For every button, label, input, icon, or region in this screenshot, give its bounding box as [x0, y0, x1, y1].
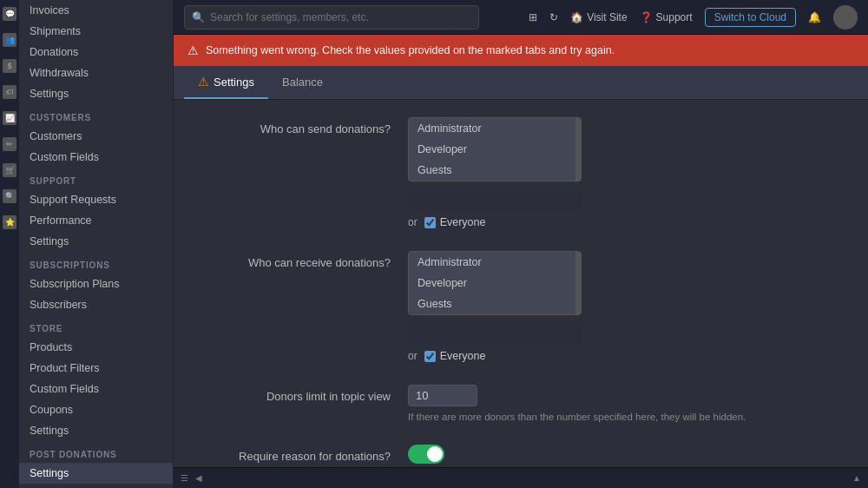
- grid-button[interactable]: ⊞: [529, 11, 537, 23]
- icon-bar: 💬 👥 $ 🏷 📈 ✏ 🛒 🔍 ⭐: [0, 0, 19, 488]
- main-area: 🔍 ⊞ ↻ 🏠 Visit Site ❓ Support Switch to C…: [174, 0, 868, 488]
- users-icon[interactable]: 👥: [3, 33, 16, 47]
- tab-settings[interactable]: ⚠ Settings: [184, 66, 268, 99]
- cart-icon[interactable]: 🛒: [3, 163, 16, 177]
- who-send-option-developer[interactable]: Developer: [409, 139, 581, 160]
- who-send-option-admin[interactable]: Administrator: [409, 118, 581, 139]
- sidebar-item-settings-store[interactable]: Settings: [19, 420, 173, 441]
- dollar-icon[interactable]: $: [3, 59, 16, 73]
- refresh-button[interactable]: ↻: [549, 11, 558, 23]
- search-box[interactable]: 🔍: [184, 5, 479, 30]
- tabs-row: ⚠ Settings Balance: [174, 66, 868, 100]
- search-input[interactable]: [210, 11, 471, 23]
- scroll-to-top-button[interactable]: ▲: [852, 473, 861, 483]
- who-receive-option-guests[interactable]: Guests: [409, 293, 581, 314]
- who-receive-blur: [408, 317, 582, 343]
- sidebar-item-invoices[interactable]: Invoices: [19, 0, 173, 21]
- tab-warn-icon: ⚠: [198, 75, 209, 89]
- who-send-row: Who can send donations? Administrator De…: [200, 117, 842, 228]
- donors-limit-control: If there are more donors than the number…: [408, 385, 842, 422]
- home-icon: 🏠: [570, 11, 583, 23]
- require-reason-control: [408, 445, 842, 464]
- who-send-label: Who can send donations?: [200, 117, 391, 135]
- sidebar-item-product-filters[interactable]: Product Filters: [19, 358, 173, 379]
- sidebar-item-settings-top[interactable]: Settings: [19, 83, 173, 104]
- donors-limit-hint: If there are more donors than the number…: [408, 412, 842, 422]
- error-icon: ⚠: [187, 43, 199, 57]
- sidebar-item-settings-support[interactable]: Settings: [19, 231, 173, 252]
- form-area: Who can send donations? Administrator De…: [174, 100, 868, 467]
- who-receive-everyone-checkbox[interactable]: [424, 351, 436, 362]
- error-message: Something went wrong. Check the values p…: [206, 44, 615, 56]
- who-receive-or-row: or Everyone: [408, 350, 842, 362]
- donors-limit-input[interactable]: [408, 385, 477, 406]
- who-send-option-guests[interactable]: Guests: [409, 160, 581, 181]
- visit-site-button[interactable]: 🏠 Visit Site: [570, 11, 627, 23]
- menu-toggle-button[interactable]: ☰: [181, 473, 188, 483]
- who-send-blur: [408, 183, 582, 209]
- post-donations-section-label: POST DONATIONS: [19, 441, 173, 463]
- search-icon: 🔍: [192, 11, 205, 23]
- require-reason-toggle[interactable]: [408, 445, 444, 464]
- sidebar-item-post-donations-settings[interactable]: Settings: [19, 463, 173, 484]
- sidebar-item-coupons[interactable]: Coupons: [19, 399, 173, 420]
- error-banner: ⚠ Something went wrong. Check the values…: [174, 35, 868, 66]
- who-send-or-text: or: [408, 216, 418, 228]
- tab-balance[interactable]: Balance: [268, 67, 337, 99]
- sidebar-item-support-requests[interactable]: Support Requests: [19, 189, 173, 210]
- who-send-control: Administrator Developer Guests or Everyo…: [408, 117, 842, 228]
- avatar[interactable]: [833, 5, 858, 30]
- customers-section-label: CUSTOMERS: [19, 104, 173, 126]
- sidebar-item-shipments[interactable]: Shipments: [19, 21, 173, 42]
- who-receive-row: Who can receive donations? Administrator…: [200, 251, 842, 362]
- sidebar-item-withdrawals[interactable]: Withdrawals: [19, 63, 173, 83]
- require-reason-label: Require reason for donations?: [200, 445, 391, 463]
- who-send-everyone-label[interactable]: Everyone: [424, 216, 486, 228]
- sidebar-item-subscription-plans[interactable]: Subscription Plans: [19, 274, 173, 294]
- topbar: 🔍 ⊞ ↻ 🏠 Visit Site ❓ Support Switch to C…: [174, 0, 868, 35]
- who-send-multiselect[interactable]: Administrator Developer Guests: [408, 117, 582, 181]
- bottom-bar: ☰ ◀ ▲: [174, 467, 868, 488]
- chat-icon[interactable]: 💬: [3, 7, 16, 21]
- who-receive-everyone-text: Everyone: [440, 350, 486, 362]
- question-icon: ❓: [640, 11, 653, 23]
- search-icon[interactable]: 🔍: [3, 189, 16, 203]
- who-receive-option-developer[interactable]: Developer: [409, 273, 581, 293]
- who-receive-label: Who can receive donations?: [200, 251, 391, 269]
- donors-limit-row: Donors limit in topic view If there are …: [200, 385, 842, 422]
- who-receive-or-text: or: [408, 350, 418, 362]
- tag-icon[interactable]: 🏷: [3, 85, 16, 99]
- collapse-button[interactable]: ◀: [195, 473, 202, 483]
- who-receive-multiselect[interactable]: Administrator Developer Guests: [408, 251, 582, 315]
- toggle-knob: [427, 446, 443, 462]
- who-receive-option-admin[interactable]: Administrator: [409, 252, 581, 273]
- store-section-label: STORE: [19, 315, 173, 337]
- sidebar-item-customers[interactable]: Customers: [19, 126, 173, 147]
- pen-icon[interactable]: ✏: [3, 137, 16, 151]
- require-reason-row: Require reason for donations?: [200, 445, 842, 464]
- support-button[interactable]: ❓ Support: [640, 11, 693, 23]
- sidebar-item-custom-fields-store[interactable]: Custom Fields: [19, 379, 173, 399]
- sidebar-item-subscribers[interactable]: Subscribers: [19, 294, 173, 315]
- subscriptions-section-label: SUBSCRIPTIONS: [19, 252, 173, 274]
- topbar-actions: ⊞ ↻ 🏠 Visit Site ❓ Support Switch to Clo…: [529, 5, 858, 30]
- who-send-everyone-checkbox[interactable]: [424, 217, 436, 228]
- switch-cloud-button[interactable]: Switch to Cloud: [705, 8, 796, 27]
- support-section-label: SUPPORT: [19, 168, 173, 189]
- sidebar-item-donations[interactable]: Donations: [19, 42, 173, 63]
- who-receive-control: Administrator Developer Guests or Everyo…: [408, 251, 842, 362]
- sidebar-item-performance[interactable]: Performance: [19, 210, 173, 231]
- sidebar: Invoices Shipments Donations Withdrawals…: [19, 0, 174, 488]
- who-send-everyone-text: Everyone: [440, 216, 486, 228]
- sidebar-item-products[interactable]: Products: [19, 337, 173, 358]
- content-area: ⚠ Something went wrong. Check the values…: [174, 35, 868, 467]
- sidebar-item-custom-fields-customers[interactable]: Custom Fields: [19, 147, 173, 168]
- notification-button[interactable]: 🔔: [808, 11, 821, 23]
- donors-limit-label: Donors limit in topic view: [200, 385, 391, 403]
- chart-icon[interactable]: 📈: [3, 111, 16, 125]
- who-send-scrollbar[interactable]: [575, 118, 581, 181]
- who-send-or-row: or Everyone: [408, 216, 842, 228]
- who-receive-scrollbar[interactable]: [575, 252, 581, 314]
- who-receive-everyone-label[interactable]: Everyone: [424, 350, 486, 362]
- star-icon[interactable]: ⭐: [3, 215, 16, 229]
